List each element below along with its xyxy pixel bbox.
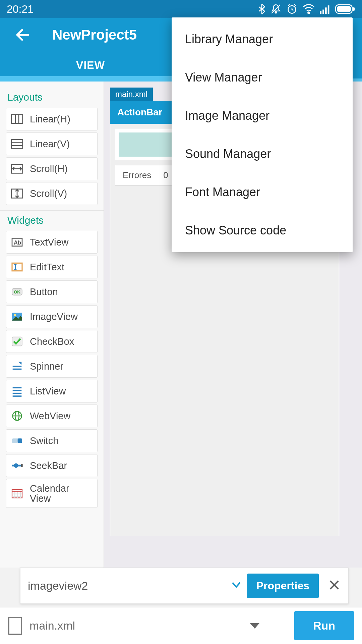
svg-rect-12 — [11, 115, 22, 124]
palette-seekbar[interactable]: SeekBar — [6, 454, 98, 477]
palette-imageview[interactable]: ImageView — [6, 305, 98, 328]
file-dropdown-icon[interactable] — [250, 623, 259, 629]
svg-rect-5 — [322, 10, 324, 14]
close-button[interactable] — [325, 577, 344, 595]
spinner-icon — [9, 358, 25, 374]
palette-label: Spinner — [30, 361, 63, 372]
menu-font-manager[interactable]: Font Manager — [172, 173, 353, 211]
imageview-icon — [9, 309, 25, 325]
palette-label: EditText — [30, 262, 64, 273]
svg-rect-46 — [21, 464, 23, 467]
svg-rect-7 — [328, 5, 329, 14]
textview-icon: Ab — [9, 234, 25, 250]
overflow-menu: Library Manager View Manager Image Manag… — [172, 17, 353, 252]
palette-label: CheckBox — [30, 336, 74, 347]
palette-checkbox[interactable]: CheckBox — [6, 330, 98, 353]
palette-label: SeekBar — [30, 460, 67, 471]
palette-label: ListView — [30, 386, 66, 397]
palette-webview[interactable]: WebView — [6, 405, 98, 427]
widgets-header: Widgets — [7, 215, 98, 226]
menu-image-manager[interactable]: Image Manager — [172, 97, 353, 135]
menu-sound-manager[interactable]: Sound Manager — [172, 135, 353, 173]
palette-label: Calendar View — [30, 483, 69, 504]
signal-icon — [320, 4, 330, 14]
palette-linear-v[interactable]: Linear(V) — [6, 132, 98, 155]
document-icon — [8, 617, 22, 635]
svg-text:OK: OK — [14, 289, 20, 294]
wifi-icon — [302, 4, 315, 14]
linear-h-icon — [9, 111, 25, 127]
switch-icon — [9, 433, 25, 449]
layouts-header: Layouts — [7, 92, 98, 103]
current-file-label[interactable]: main.xml — [29, 619, 243, 632]
bluetooth-icon — [258, 3, 265, 15]
battery-icon — [335, 4, 355, 14]
close-icon — [328, 579, 340, 591]
linear-v-icon — [9, 136, 25, 152]
palette-label: TextView — [30, 237, 69, 248]
svg-rect-15 — [11, 140, 22, 149]
palette-label: ImageView — [30, 311, 78, 322]
tab-view-label: VIEW — [76, 59, 105, 71]
errores-label: Errores — [123, 170, 151, 180]
palette-label: Linear(V) — [30, 139, 70, 150]
palette-label: WebView — [30, 411, 70, 422]
svg-point-3 — [308, 12, 309, 14]
widgets-sidebar[interactable]: Layouts Linear(H) Linear(V) Scroll(H) — [0, 82, 104, 568]
svg-rect-6 — [325, 7, 327, 14]
checkbox-icon — [9, 333, 25, 350]
palette-listview[interactable]: ListView — [6, 380, 98, 402]
menu-library-manager[interactable]: Library Manager — [172, 20, 353, 58]
tab-view[interactable]: VIEW — [0, 52, 181, 78]
status-icons — [258, 3, 355, 15]
svg-point-0 — [275, 12, 277, 13]
svg-point-31 — [14, 314, 16, 316]
canvas-file-tab[interactable]: main.xml — [110, 88, 153, 101]
palette-label: Scroll(V) — [30, 188, 67, 199]
palette-label: Scroll(H) — [30, 163, 68, 174]
svg-text:Ab: Ab — [14, 239, 21, 246]
scroll-v-icon — [9, 185, 25, 202]
svg-rect-43 — [18, 438, 22, 443]
webview-icon — [9, 408, 25, 424]
palette-textview[interactable]: Ab TextView — [6, 231, 98, 254]
dropdown-caret-icon[interactable] — [232, 582, 241, 590]
status-time: 20:21 — [7, 3, 34, 15]
palette-button[interactable]: OK Button — [6, 280, 98, 303]
button-icon: OK — [9, 284, 25, 300]
selected-element-name[interactable]: imageview2 — [28, 579, 226, 592]
properties-button[interactable]: Properties — [247, 574, 319, 598]
app-title: NewProject5 — [52, 27, 137, 43]
svg-rect-9 — [337, 6, 351, 12]
palette-label: Button — [30, 286, 58, 298]
selected-element-bar: imageview2 Properties — [20, 568, 349, 604]
palette-label: Linear(H) — [30, 114, 70, 125]
palette-edittext[interactable]: EditText — [6, 256, 98, 278]
svg-rect-4 — [320, 11, 321, 14]
svg-rect-24 — [12, 263, 22, 271]
back-button[interactable] — [13, 25, 32, 44]
palette-label: Switch — [30, 435, 58, 446]
edittext-icon — [9, 259, 25, 275]
palette-switch[interactable]: Switch — [6, 429, 98, 452]
svg-point-45 — [14, 463, 18, 468]
listview-icon — [9, 383, 25, 399]
scroll-h-icon — [9, 161, 25, 177]
seekbar-icon — [9, 458, 25, 474]
calendar-icon — [9, 485, 25, 501]
mute-icon — [270, 3, 282, 15]
run-bar: main.xml Run — [0, 607, 362, 644]
palette-scroll-v[interactable]: Scroll(V) — [6, 182, 98, 205]
palette-spinner[interactable]: Spinner — [6, 355, 98, 378]
menu-view-manager[interactable]: View Manager — [172, 58, 353, 97]
palette-linear-h[interactable]: Linear(H) — [6, 108, 98, 130]
run-button[interactable]: Run — [294, 611, 354, 640]
arrow-left-icon — [14, 26, 31, 43]
svg-rect-10 — [353, 7, 355, 11]
status-bar: 20:21 — [0, 0, 362, 18]
palette-scroll-h[interactable]: Scroll(H) — [6, 157, 98, 180]
menu-show-source[interactable]: Show Source code — [172, 211, 353, 250]
alarm-icon — [286, 3, 298, 15]
errores-count: 0 — [163, 170, 168, 180]
palette-calendarview[interactable]: Calendar View — [6, 479, 98, 508]
